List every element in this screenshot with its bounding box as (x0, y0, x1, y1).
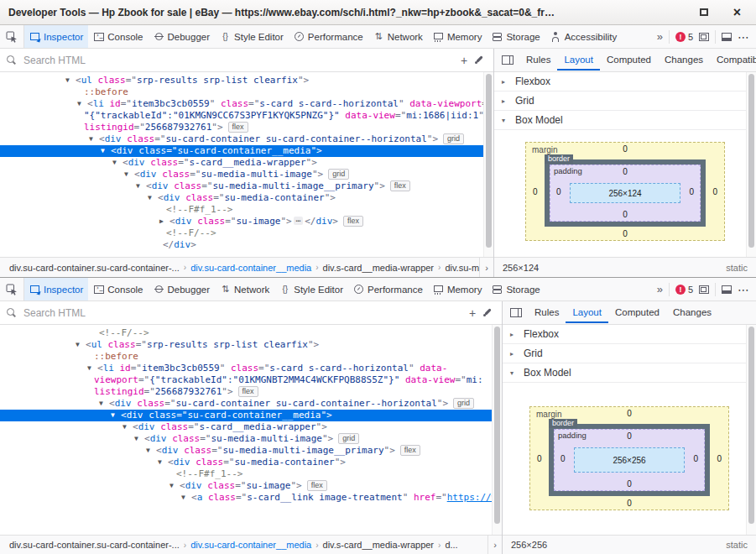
markup-node[interactable]: ▼<li id="item3bc3cb0559" class="s-card s… (0, 363, 502, 374)
tool-tab-style-editor[interactable]: Style Editor (215, 25, 289, 48)
grid-section-header[interactable]: ▸ Grid (494, 91, 756, 111)
content-region[interactable]: 256×124 (570, 183, 680, 203)
sidebar-tab-changes[interactable]: Changes (658, 50, 710, 71)
markup-node[interactable]: ▼<div class="s-card__media-wrapper"> (0, 421, 502, 433)
tool-tab-storage[interactable]: Storage (487, 278, 545, 301)
tool-tab-accessibility[interactable]: Accessibility (545, 25, 623, 48)
tool-tab-performance[interactable]: Performance (289, 25, 368, 48)
iframe-picker-icon[interactable] (699, 33, 709, 41)
markup-node[interactable]: ▼<ul class="srp-results srp-list clearfi… (0, 339, 502, 351)
padding-right-value[interactable]: 0 (689, 187, 694, 196)
breadcrumb-scroll-right-icon[interactable]: › (487, 536, 502, 554)
flex-badge[interactable]: flex (343, 216, 363, 227)
collapsed-content-ellipsis[interactable]: ⋯ (294, 217, 303, 225)
tool-tab-storage[interactable]: Storage (487, 25, 545, 48)
expand-arrow-icon[interactable]: ▼ (169, 480, 180, 492)
expand-arrow-icon[interactable]: ▼ (101, 145, 111, 157)
markup-node[interactable]: <!--F#f_1--> (0, 468, 502, 480)
markup-node-selected[interactable]: ▼<div class="su-card-container__media"> (0, 145, 493, 157)
markup-node[interactable]: ▼<div class="su-media-multi-image">grid (0, 433, 502, 445)
padding-bottom-value[interactable]: 0 (530, 479, 728, 489)
tool-tab-inspector[interactable]: Inspector (24, 278, 88, 301)
breadcrumb-item[interactable]: d... (441, 540, 461, 550)
expand-arrow-icon[interactable]: ▼ (87, 363, 97, 374)
expand-arrow-icon[interactable]: ▼ (65, 75, 76, 86)
breadcrumb-item[interactable]: div.s-card__media-wrapper (319, 263, 438, 273)
margin-bottom-value[interactable]: 0 (530, 499, 728, 508)
markup-node[interactable]: ::before (0, 86, 493, 98)
tool-tab-performance[interactable]: Performance (348, 278, 428, 301)
sidebar-scrollbar[interactable] (746, 72, 756, 257)
expand-arrow-icon[interactable]: ▼ (146, 445, 156, 457)
eyedropper-icon[interactable] (474, 55, 485, 65)
sidebar-tab-computed[interactable]: Computed (608, 302, 666, 323)
tool-tab-network[interactable]: Network (368, 25, 428, 48)
tool-tab-console[interactable]: Console (88, 25, 148, 48)
flex-badge[interactable]: flex (307, 480, 327, 491)
flexbox-section-header[interactable]: ▸ Flexbox (494, 72, 756, 91)
tool-tab-inspector[interactable]: Inspector (24, 25, 88, 48)
margin-right-value[interactable]: 0 (717, 454, 722, 463)
search-input[interactable] (22, 306, 462, 320)
flex-badge[interactable]: flex (390, 180, 410, 191)
breadcrumb-scroll-right-icon[interactable]: › (479, 258, 493, 277)
markup-scrollbar[interactable] (483, 72, 493, 257)
markup-node[interactable]: "{"trackableId":"01KMGN9CC67S3PYF1KYQK5P… (0, 110, 493, 122)
markup-node[interactable]: ▼<div class="s-card__media-wrapper"> (0, 157, 493, 169)
grid-badge[interactable]: grid (338, 433, 359, 444)
markup-node[interactable]: <!--F/--> (0, 327, 502, 339)
three-pane-toggle-icon[interactable] (510, 308, 522, 317)
iframe-picker-icon[interactable] (699, 285, 709, 294)
expand-arrow-icon[interactable]: ▼ (181, 492, 191, 504)
markup-node[interactable]: ▼<div class="su-media-multi-image__prima… (0, 180, 493, 192)
tool-tab-debugger[interactable]: Debugger (149, 25, 216, 48)
markup-node[interactable]: ▼<div class="su-media-multi-image">grid (0, 169, 493, 180)
sidebar-tab-compatibility[interactable]: Compatibility (710, 50, 756, 71)
markup-node[interactable]: ▼<div class="su-media-container"> (0, 192, 493, 204)
markup-node[interactable]: ▶<div class="su-image">⋯</div>flex (0, 216, 493, 227)
margin-left-value[interactable]: 0 (537, 454, 542, 463)
box-model-section-header[interactable]: ▾ Box Model (503, 363, 756, 383)
expand-arrow-icon[interactable]: ▶ (159, 216, 169, 227)
markup-node[interactable]: listingid="256687932761">flex (0, 386, 502, 398)
scrollbar-thumb[interactable] (494, 327, 500, 524)
scrollbar-thumb[interactable] (486, 74, 492, 248)
markup-node[interactable]: ▼<li id="item3bc3cb0559" class="s-card s… (0, 98, 493, 110)
sidebar-tab-layout[interactable]: Layout (566, 302, 608, 323)
markup-node[interactable]: ▼<div class="su-image">flex (0, 480, 502, 492)
padding-left-value[interactable]: 0 (556, 187, 561, 196)
markup-node[interactable]: ▼<a class="s-card__link image-treatment"… (0, 492, 502, 504)
search-input[interactable] (22, 54, 454, 67)
padding-top-value[interactable]: 0 (526, 167, 724, 176)
meatball-menu-icon[interactable]: ⋯ (738, 283, 750, 296)
tool-tab-debugger[interactable]: Debugger (149, 278, 216, 301)
expand-arrow-icon[interactable]: ▼ (148, 192, 158, 204)
markup-node[interactable]: listingid="256687932761">flex (0, 122, 493, 133)
markup-node[interactable]: <!--F#f_1--> (0, 204, 493, 216)
flex-badge[interactable]: flex (228, 122, 248, 133)
expand-arrow-icon[interactable]: ▼ (112, 157, 123, 169)
sidebar-scrollbar[interactable] (746, 325, 756, 535)
element-picker-button[interactable] (0, 25, 24, 48)
eyedropper-icon[interactable] (482, 307, 493, 318)
markup-scrollbar[interactable] (492, 325, 502, 535)
grid-badge[interactable]: grid (328, 169, 349, 180)
scrollbar-thumb[interactable] (748, 327, 754, 524)
tool-tab-memory[interactable]: Memory (428, 25, 487, 48)
grid-badge[interactable]: grid (443, 133, 464, 144)
scrollbar-thumb[interactable] (748, 74, 754, 248)
error-count-button[interactable]: 5 (675, 285, 693, 295)
markup-node[interactable]: ▼<div class="su-media-multi-image__prima… (0, 445, 502, 457)
sidebar-tab-layout[interactable]: Layout (557, 50, 600, 71)
margin-top-value[interactable]: 0 (530, 409, 728, 418)
sidebar-tab-rules[interactable]: Rules (528, 302, 566, 323)
padding-top-value[interactable]: 0 (530, 431, 728, 441)
markup-node[interactable]: ▼<div class="su-card-container su-card-c… (0, 398, 502, 410)
markup-node[interactable]: viewport="{"trackableId":"01KMGNBT2MM4C4… (0, 374, 502, 386)
error-count-button[interactable]: 5 (675, 32, 693, 42)
tool-tab-style-editor[interactable]: Style Editor (274, 278, 348, 301)
tabs-overflow-chevron-icon[interactable]: » (657, 30, 663, 43)
markup-node[interactable]: ::before (0, 351, 502, 363)
content-region[interactable]: 256×256 (574, 447, 685, 473)
box-model-section-header[interactable]: ▾ Box Model (494, 111, 756, 130)
